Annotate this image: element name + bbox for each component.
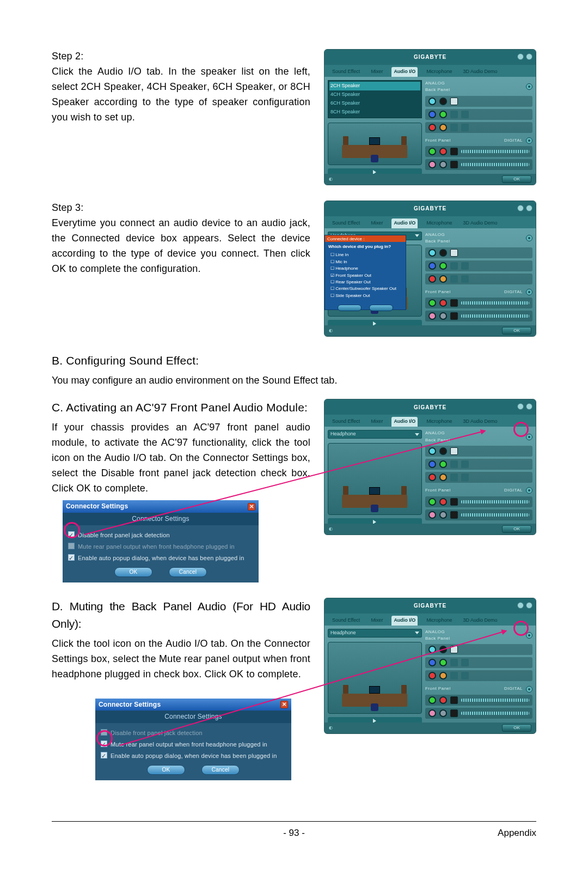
section-d-title: D. Muting the Back Panel Audio (For HD A… xyxy=(52,598,310,633)
jack-icon xyxy=(450,124,458,131)
close-icon[interactable] xyxy=(526,53,532,60)
section-c-text: C. Activating an AC'97 Front Panel Audio… xyxy=(52,399,310,582)
tool-icon-d[interactable] xyxy=(526,632,532,639)
section-b-title: B. Configuring Sound Effect: xyxy=(52,352,536,370)
tool-icon[interactable] xyxy=(526,487,532,494)
popup-cancel[interactable] xyxy=(369,305,393,311)
section-name: Appendix xyxy=(498,826,536,840)
popup-question: Which device did you plug in? xyxy=(325,242,406,252)
jack-orange[interactable] xyxy=(439,124,447,131)
jack-red[interactable] xyxy=(428,124,436,131)
tool-icon[interactable] xyxy=(526,83,532,90)
tool-icon[interactable] xyxy=(526,289,532,295)
audio-panel-section-d: GIGABYTE Sound Effect Mixer Audio I/O Mi… xyxy=(324,598,536,734)
cs-cancel-button[interactable]: Cancel xyxy=(169,567,207,577)
speaker-dropdown[interactable]: Headphone xyxy=(328,430,422,439)
minimize-icon[interactable] xyxy=(517,602,524,609)
connector-settings-c: Connector Settings✕ Connector Settings D… xyxy=(63,500,259,582)
step-3-text: Step 3: Everytime you connect an audio d… xyxy=(52,201,310,276)
connected-device-popup: Connected device : Which device did you … xyxy=(324,235,406,310)
tab-3d-audio[interactable]: 3D Audio Demo xyxy=(461,67,499,77)
cs-ok-button[interactable]: OK xyxy=(147,765,185,775)
panel-ok-button[interactable]: OK xyxy=(502,327,531,335)
panel-brand: GIGABYTE xyxy=(414,53,446,62)
jack-info-icon[interactable] xyxy=(450,98,458,105)
jack-cyan[interactable] xyxy=(428,98,436,105)
chevron-down-icon xyxy=(415,632,419,634)
chevron-down-icon xyxy=(415,234,419,237)
panel-ok-button[interactable]: OK xyxy=(502,525,531,533)
close-icon[interactable]: ✕ xyxy=(248,503,255,511)
tool-icon[interactable] xyxy=(526,235,532,241)
step-2-text: Step 2: Click the Audio I/O tab. In the … xyxy=(52,49,310,125)
section-d-row: D. Muting the Back Panel Audio (For HD A… xyxy=(52,598,536,780)
step-3-label: Step 3: xyxy=(52,201,310,216)
popup-ok[interactable] xyxy=(338,305,362,311)
jack-fp-red[interactable] xyxy=(439,148,447,155)
close-icon[interactable] xyxy=(526,403,532,410)
jack-icon xyxy=(450,111,458,118)
audio-panel-section-c: GIGABYTE Sound Effect Mixer Audio I/O Mi… xyxy=(324,399,536,535)
page-footer: - 93 - Appendix xyxy=(52,821,536,840)
chevron-down-icon xyxy=(415,433,419,436)
minimize-icon[interactable] xyxy=(517,205,524,211)
tool-icon-c[interactable] xyxy=(526,434,532,440)
cs-cancel-button[interactable]: Cancel xyxy=(201,765,240,775)
jack-black[interactable] xyxy=(439,98,447,105)
popup-options: Line In Mic In Headphone Front Speaker O… xyxy=(325,252,406,299)
digital-icon[interactable] xyxy=(450,161,458,168)
footer-brand-icon: ◐ xyxy=(329,176,333,183)
checkbox-mute-rear[interactable] xyxy=(68,543,75,549)
tool-icon[interactable] xyxy=(526,137,532,144)
tab-mixer[interactable]: Mixer xyxy=(369,67,385,77)
checkbox-mute-rear[interactable] xyxy=(101,741,107,747)
tab-microphone[interactable]: Microphone xyxy=(424,67,454,77)
checkbox-disable-front-detection[interactable] xyxy=(68,531,75,538)
digital-icon[interactable] xyxy=(450,148,458,155)
minimize-icon[interactable] xyxy=(517,53,524,60)
jack-grey[interactable] xyxy=(439,161,447,168)
jack-blue[interactable] xyxy=(428,111,436,118)
tab-audio-io[interactable]: Audio I/O xyxy=(391,67,418,77)
jack-pink[interactable] xyxy=(428,161,436,168)
section-c-title: C. Activating an AC'97 Front Panel Audio… xyxy=(52,399,310,417)
close-icon[interactable]: ✕ xyxy=(280,701,288,708)
panel-ok-button[interactable]: OK xyxy=(502,175,531,183)
tool-icon[interactable] xyxy=(526,686,532,693)
speaker-dropdown[interactable]: Headphone xyxy=(328,629,422,638)
section-c-row: C. Activating an AC'97 Front Panel Audio… xyxy=(52,399,536,582)
popup-title: Connected device : xyxy=(325,235,406,242)
page-number: - 93 - xyxy=(283,826,305,840)
room-preview xyxy=(328,123,422,165)
cs-ok-button[interactable]: OK xyxy=(114,567,152,577)
speaker-list[interactable]: 2CH Speaker 4CH Speaker 6CH Speaker 8CH … xyxy=(328,80,422,118)
step-3-row: Step 3: Everytime you connect an audio d… xyxy=(52,201,536,337)
jack-fp-green[interactable] xyxy=(428,148,436,155)
panel-ok-button[interactable]: OK xyxy=(502,724,531,732)
section-d-text: D. Muting the Back Panel Audio (For HD A… xyxy=(52,598,310,780)
tab-sound-effect[interactable]: Sound Effect xyxy=(330,67,362,77)
step-2-row: Step 2: Click the Audio I/O tab. In the … xyxy=(52,49,536,185)
audio-panel-step3: GIGABYTE Sound Effect Mixer Audio I/O Mi… xyxy=(324,201,536,337)
checkbox-disable-front-detection[interactable] xyxy=(101,729,107,736)
close-icon[interactable] xyxy=(526,205,532,211)
section-b: B. Configuring Sound Effect: You may con… xyxy=(52,352,536,388)
checkbox-auto-popup[interactable] xyxy=(101,752,107,758)
checkbox-auto-popup[interactable] xyxy=(68,554,75,561)
jack-green[interactable] xyxy=(439,111,447,118)
panel-tabs: Sound Effect Mixer Audio I/O Microphone … xyxy=(324,65,536,77)
jack-icon xyxy=(461,124,469,131)
jack-icon xyxy=(461,111,469,118)
minimize-icon[interactable] xyxy=(517,403,524,410)
connector-settings-d: Connector Settings✕ Connector Settings D… xyxy=(95,699,291,780)
step-2-label: Step 2: xyxy=(52,49,310,64)
audio-panel-step2: GIGABYTE Sound Effect Mixer Audio I/O Mi… xyxy=(324,49,536,185)
close-icon[interactable] xyxy=(526,602,532,609)
